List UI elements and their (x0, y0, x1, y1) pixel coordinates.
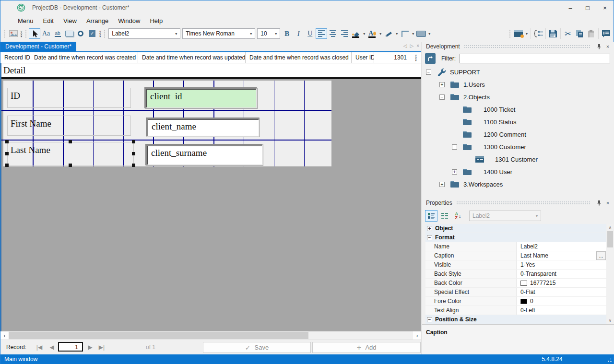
record-number-input[interactable]: 1 (58, 342, 83, 352)
pin-icon[interactable] (595, 200, 603, 206)
tree-item-ticket[interactable]: 1000 Ticket (422, 103, 614, 116)
button-tool-button[interactable] (63, 28, 75, 39)
tree-item-workspaces[interactable]: + 3.Workspaces (422, 178, 614, 190)
tab-scroll-right-icon[interactable]: ▷ (410, 43, 413, 48)
copy-button[interactable] (574, 28, 585, 39)
selection-handle[interactable] (5, 152, 9, 155)
section-expander[interactable]: − (427, 235, 432, 240)
comment-button[interactable] (600, 28, 612, 39)
select-tool-button[interactable] (29, 28, 40, 39)
ellipsis-button[interactable]: ... (596, 251, 606, 260)
property-row-fore-color[interactable]: Fore Color 0 (425, 297, 606, 306)
menu-item-help[interactable]: Help (145, 16, 167, 25)
properties-scrollbar[interactable]: ∧ ∨ (607, 224, 614, 324)
tab-scroll-left-icon[interactable]: ◁ (403, 43, 407, 48)
checkbox-tool-button[interactable]: ✓ (86, 28, 98, 39)
paste-button[interactable] (585, 28, 597, 39)
shape-dropdown[interactable]: ▾ (427, 32, 432, 36)
navigate-button[interactable] (425, 53, 436, 64)
scroll-up-button[interactable]: ∧ (607, 224, 614, 231)
section-object[interactable]: + Object (425, 224, 606, 233)
selection-handle[interactable] (132, 152, 135, 155)
minimize-button[interactable]: – (562, 1, 579, 14)
tree-expander[interactable]: + (439, 82, 445, 87)
border-style-dropdown[interactable]: ▾ (411, 32, 415, 36)
textbox-tool-button[interactable]: ab (52, 28, 63, 39)
designer-field-client-name[interactable]: client_name (146, 117, 260, 137)
font-size-combo[interactable]: 10 ▾ (257, 28, 280, 39)
radio-tool-button[interactable] (75, 28, 86, 39)
property-row-back-color[interactable]: Back Color 16777215 (425, 279, 606, 288)
align-center-button[interactable] (327, 28, 339, 39)
section-position-size[interactable]: − Position & Size (425, 315, 606, 324)
tree-expander[interactable]: − (439, 94, 445, 100)
tree-item-user[interactable]: + 1400 User (422, 165, 614, 178)
tab-close-icon[interactable]: × (416, 43, 419, 48)
tree-item-customer[interactable]: − 1300 Customer (422, 141, 614, 153)
tree-item-objects[interactable]: − 2.Objects (422, 91, 614, 103)
selection-handle[interactable] (132, 164, 135, 167)
tree-item-customer-form[interactable]: 1301 Customer (422, 153, 614, 165)
save-record-button[interactable]: ✓ Save (203, 342, 311, 353)
menu-item-window[interactable]: Window (113, 16, 145, 25)
designer-field-client-id[interactable]: client_id (144, 87, 257, 108)
label-tool-button[interactable]: Aa (40, 28, 52, 39)
selection-handle[interactable] (5, 140, 9, 143)
field-updated[interactable]: Date and time when record was updated (138, 52, 246, 63)
field-record-id[interactable]: Record ID (0, 52, 30, 63)
scroll-right-button[interactable]: › (413, 331, 421, 340)
field-closed[interactable]: Date and time when record was closed (246, 52, 352, 63)
property-row-text-align[interactable]: Text Align 0-Left (425, 306, 606, 315)
tree-item-status[interactable]: 1100 Status (422, 116, 614, 128)
form-properties-button[interactable] (513, 28, 524, 39)
toolbar-grip[interactable] (509, 29, 511, 38)
add-record-button[interactable]: + Add (312, 342, 421, 353)
section-expander[interactable]: + (427, 226, 432, 231)
scroll-thumb[interactable] (9, 332, 308, 339)
sort-az-button[interactable]: AZ ↓ (452, 210, 464, 222)
property-row-name[interactable]: Name Label2 (425, 242, 606, 251)
properties-object-combo[interactable]: Label2 ▾ (469, 211, 541, 221)
border-style-button[interactable] (399, 28, 411, 39)
toolbar-overflow[interactable]: ∨∨▾ (20, 30, 23, 37)
tree-expander[interactable]: − (426, 70, 431, 75)
section-format[interactable]: − Format (425, 233, 606, 242)
font-combo[interactable]: Times New Roman ▾ (182, 28, 255, 39)
tree-expander[interactable]: − (452, 144, 457, 150)
close-panel-icon[interactable]: × (603, 200, 612, 206)
bold-button[interactable]: B (281, 28, 293, 39)
tree-expander[interactable]: + (452, 169, 457, 175)
canvas-hscrollbar[interactable]: ‹ › (0, 331, 421, 340)
close-panel-icon[interactable]: × (603, 44, 612, 49)
property-row-back-style[interactable]: Back Style 0-Transparent (425, 270, 606, 279)
menu-item-view[interactable]: View (59, 16, 82, 25)
tree-expander[interactable]: + (439, 182, 445, 187)
header-overflow-chevron[interactable]: ∨ ∨ ▾ (411, 52, 421, 63)
maximize-button[interactable]: □ (579, 1, 596, 14)
selection-handle[interactable] (132, 140, 135, 143)
field-created[interactable]: Date and time when record was created (30, 52, 138, 63)
line-color-dropdown[interactable]: ▾ (394, 32, 399, 36)
pin-icon[interactable] (595, 44, 603, 49)
cut-button[interactable]: ✂ (562, 28, 574, 39)
toolbar-overflow[interactable]: ∨∨▾ (99, 30, 101, 37)
line-color-button[interactable] (383, 28, 394, 39)
nav-first-button[interactable]: |◀ (34, 340, 45, 354)
menu-item-menu[interactable]: Menu (13, 16, 38, 25)
tree-item-comment[interactable]: 1200 Comment (422, 128, 614, 141)
tree-item-support[interactable]: − SUPPORT (422, 66, 614, 78)
close-button[interactable]: × (596, 1, 614, 14)
scroll-left-button[interactable]: ‹ (0, 331, 9, 340)
align-left-button[interactable] (316, 28, 327, 39)
nav-next-button[interactable]: ▶ (86, 340, 94, 354)
scroll-down-button[interactable]: ∨ (607, 317, 614, 324)
tab-development-customer[interactable]: Development - Customer* (0, 42, 76, 51)
underline-button[interactable]: U (304, 28, 316, 39)
style-combo[interactable]: Label2 ▾ (108, 28, 180, 39)
menu-item-arrange[interactable]: Arrange (82, 16, 113, 25)
designer-label-first-name[interactable]: First Name (7, 116, 131, 136)
resize-grip[interactable] (606, 357, 612, 363)
toolbar-grip[interactable] (4, 29, 6, 38)
designer-label-id[interactable]: ID (7, 88, 131, 108)
toolbar-grip[interactable] (25, 29, 27, 38)
